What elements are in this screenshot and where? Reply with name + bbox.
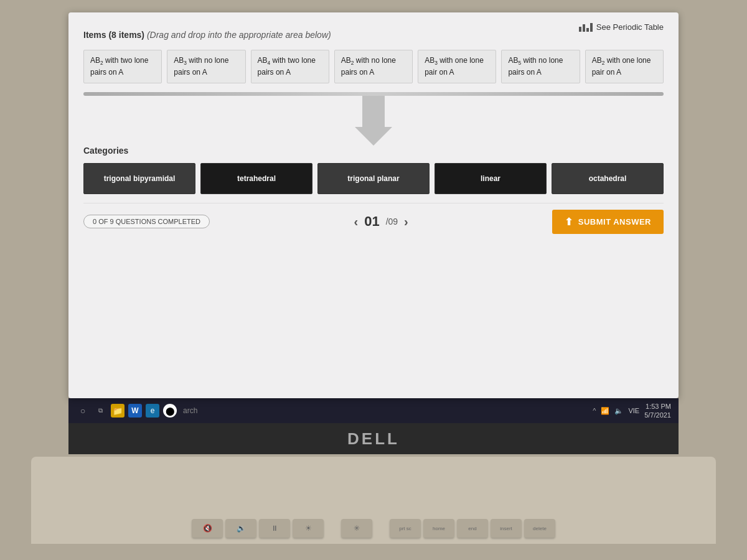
upload-icon: ⬆ [565, 216, 573, 228]
category-octahedral[interactable]: octahedral [552, 163, 664, 194]
items-instruction: (Drag and drop into the appropriate area… [147, 30, 331, 40]
categories-label: Categories [83, 146, 664, 156]
chrome-icon[interactable]: ⬤ [163, 404, 177, 418]
keyboard-keys-row: 🔇 🔉 ⏸ ☀ ✳ prt sc home end insert delete [192, 519, 555, 538]
drag-item-3[interactable]: AB4 with two lone pairs on A [251, 50, 329, 83]
periodic-table-link[interactable]: See Periodic Table [579, 22, 664, 32]
key-f3[interactable]: 🔉 [225, 519, 256, 538]
speaker-icon: 🔈 [614, 407, 623, 415]
system-tray-chevron[interactable]: ^ [593, 407, 596, 414]
category-trigonal-planar[interactable]: trigonal planar [317, 163, 430, 194]
arrow-shaft [362, 96, 385, 127]
keyboard-area: 🔇 🔉 ⏸ ☀ ✳ prt sc home end insert delete [31, 457, 716, 544]
items-count: Items (8 items) [83, 30, 144, 40]
windows-explorer-icon[interactable]: 📁 [111, 404, 125, 418]
drag-item-2[interactable]: AB3 with no lone pairs on A [167, 50, 245, 83]
key-prtsc[interactable]: prt sc [390, 519, 421, 538]
prev-page-button[interactable]: ‹ [354, 215, 358, 229]
bar-chart-icon [579, 23, 593, 32]
items-header: Items (8 items) (Drag and drop into the … [83, 30, 664, 40]
word-icon[interactable]: W [128, 404, 142, 418]
total-pages: /09 [386, 217, 398, 226]
search-circle-icon[interactable]: ○ [76, 404, 90, 418]
dell-logo: DELL [347, 429, 400, 449]
category-linear[interactable]: linear [435, 163, 547, 194]
category-trigonal-bipyramidal[interactable]: trigonal bipyramidal [83, 163, 195, 194]
key-insert[interactable]: insert [491, 519, 522, 538]
drag-item-4[interactable]: AB2 with no lone pairs on A [334, 50, 413, 83]
categories-row: trigonal bipyramidal tetrahedral trigona… [83, 163, 664, 194]
language-label: VIE [628, 407, 639, 414]
category-tetrahedral[interactable]: tetrahedral [200, 163, 312, 194]
drag-item-1[interactable]: AB2 with two lone pairs on A [83, 50, 162, 83]
task-view-icon[interactable]: ⧉ [93, 404, 107, 418]
main-screen: See Periodic Table Items (8 items) (Drag… [68, 12, 679, 398]
drag-items-row: AB2 with two lone pairs on A AB3 with no… [83, 50, 664, 83]
taskbar-clock: 1:53 PM 5/7/2021 [644, 402, 671, 420]
key-delete[interactable]: delete [524, 519, 555, 538]
pagination: ‹ 01 /09 › [354, 213, 408, 230]
drag-item-6[interactable]: AB5 with no lone pairs on A [501, 50, 580, 83]
current-page: 01 [364, 213, 379, 230]
key-f2[interactable]: 🔇 [192, 519, 223, 538]
edge-icon[interactable]: e [146, 404, 159, 418]
next-page-button[interactable]: › [404, 215, 408, 229]
periodic-table-label: See Periodic Table [596, 22, 664, 32]
taskbar-left: ○ ⧉ 📁 W e ⬤ arch [76, 404, 588, 418]
key-home[interactable]: home [423, 519, 454, 538]
drag-item-7[interactable]: AB2 with one lone pair on A [585, 50, 664, 83]
key-f7[interactable]: ✳ [341, 519, 372, 538]
bottom-bar: 0 OF 9 QUESTIONS COMPLETED ‹ 01 /09 › ⬆ … [83, 203, 664, 243]
drag-item-5[interactable]: AB3 with one lone pair on A [418, 50, 496, 83]
key-spacer-2 [375, 519, 387, 538]
key-end[interactable]: end [457, 519, 488, 538]
submit-answer-button[interactable]: ⬆ SUBMIT ANSWER [552, 210, 664, 234]
key-f5[interactable]: ☀ [293, 519, 324, 538]
dell-area: DELL [68, 423, 679, 454]
drop-arrow [355, 96, 392, 146]
taskbar-search-text: arch [183, 406, 197, 415]
key-pause[interactable]: ⏸ [259, 519, 290, 538]
drop-area [83, 96, 664, 146]
wifi-icon: 📶 [601, 407, 609, 415]
key-spacer [326, 519, 339, 538]
arrow-head [355, 127, 392, 146]
questions-completed: 0 OF 9 QUESTIONS COMPLETED [83, 215, 210, 228]
taskbar: ○ ⧉ 📁 W e ⬤ arch ^ 📶 🔈 VIE 1:53 PM 5/7/2… [68, 398, 679, 423]
taskbar-right: ^ 📶 🔈 VIE 1:53 PM 5/7/2021 [593, 402, 671, 420]
